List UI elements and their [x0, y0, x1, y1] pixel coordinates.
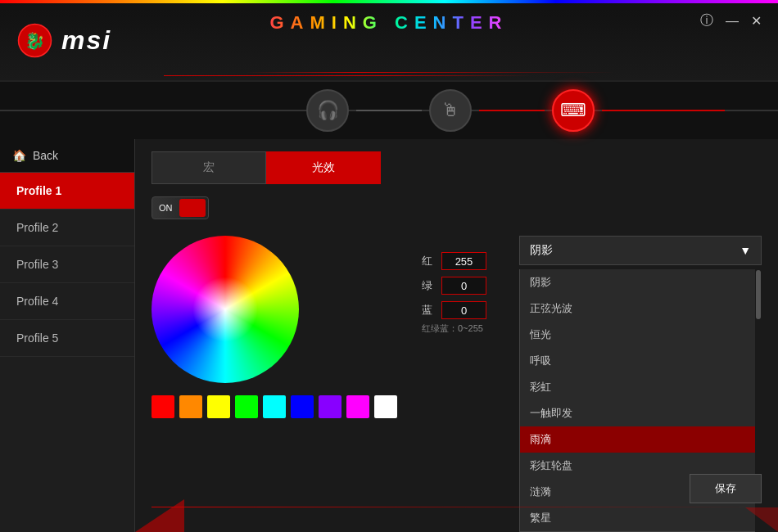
sidebar-item-profile5[interactable]: Profile 5: [0, 320, 134, 357]
content-area: 宏 光效 ON: [135, 139, 778, 532]
effect-item-shadow[interactable]: 阴影: [520, 269, 761, 295]
sidebar-item-profile1[interactable]: Profile 1: [0, 173, 134, 210]
close-button[interactable]: ✕: [751, 13, 762, 29]
toggle-label: ON: [155, 203, 173, 213]
rgb-red-row: 红: [422, 252, 486, 270]
blue-input[interactable]: [441, 301, 486, 319]
swatch-cyan[interactable]: [263, 395, 286, 418]
red-label: 红: [422, 254, 435, 268]
power-toggle[interactable]: ON: [152, 196, 209, 219]
swatch-green[interactable]: [235, 395, 258, 418]
swatch-yellow[interactable]: [207, 395, 230, 418]
sidebar: 🏠 Back Profile 1 Profile 2 Profile 3 Pro…: [0, 139, 135, 532]
effect-item-breath[interactable]: 呼吸: [520, 348, 761, 374]
scrollbar-thumb: [756, 270, 761, 319]
profile1-label: Profile 1: [16, 184, 61, 197]
profile2-label: Profile 2: [16, 221, 58, 234]
color-wheel-container: [152, 236, 299, 383]
effect-item-steady[interactable]: 恒光: [520, 322, 761, 348]
sidebar-item-profile4[interactable]: Profile 4: [0, 283, 134, 320]
blue-label: 蓝: [422, 303, 435, 318]
tab-headset[interactable]: 🎧: [299, 82, 356, 139]
profile4-label: Profile 4: [16, 295, 58, 308]
save-button[interactable]: 保存: [690, 474, 762, 503]
window-controls: ⓘ — ✕: [700, 12, 762, 29]
tab-macro[interactable]: 宏: [152, 151, 266, 184]
color-swatches: [152, 395, 397, 418]
rgb-blue-row: 蓝: [422, 301, 486, 319]
effect-dropdown[interactable]: 阴影 ▼: [519, 236, 762, 265]
info-button[interactable]: ⓘ: [700, 12, 713, 29]
content-tab-bar: 宏 光效: [152, 151, 381, 184]
effect-item-starry[interactable]: 繁星: [520, 505, 761, 531]
swatch-blue[interactable]: [291, 395, 314, 418]
swatch-orange[interactable]: [179, 395, 202, 418]
device-tab-bar: 🎧 🖱 ⌨: [0, 82, 778, 139]
rainbow-bar: [0, 0, 778, 3]
keyboard-icon: ⌨: [552, 89, 595, 132]
effect-item-sine[interactable]: 正弦光波: [520, 295, 761, 322]
header-decorative-lines: [164, 60, 696, 76]
swatch-purple[interactable]: [319, 395, 342, 418]
rgb-inputs: 红 绿 蓝: [422, 252, 486, 319]
toggle-knob: [179, 199, 206, 217]
red-input[interactable]: [441, 252, 486, 270]
tab-mouse[interactable]: 🖱: [422, 82, 479, 139]
color-effect-section: 红 绿 蓝 红绿蓝：0~255 阴影: [152, 236, 762, 532]
green-input[interactable]: [441, 277, 486, 295]
dropdown-arrow-icon: ▼: [740, 244, 751, 257]
minimize-button[interactable]: —: [726, 14, 739, 29]
green-label: 绿: [422, 278, 435, 293]
svg-text:🐉: 🐉: [25, 31, 45, 51]
main-layout: 🏠 Back Profile 1 Profile 2 Profile 3 Pro…: [0, 139, 778, 532]
power-toggle-container: ON: [152, 196, 762, 219]
profile3-label: Profile 3: [16, 258, 58, 271]
headset-icon: 🎧: [306, 89, 349, 132]
sidebar-item-profile2[interactable]: Profile 2: [0, 210, 134, 246]
swatch-magenta[interactable]: [346, 395, 369, 418]
rgb-hint: 红绿蓝：0~255: [422, 322, 486, 335]
mouse-icon: 🖱: [429, 89, 472, 132]
app-header: 🐉 msi GAMING CENTER ⓘ — ✕: [0, 0, 778, 82]
effect-item-instant[interactable]: 一触即发: [520, 400, 761, 426]
back-label: Back: [33, 149, 58, 162]
msi-logo: 🐉 msi: [16, 22, 111, 59]
color-wheel[interactable]: [152, 236, 299, 383]
effect-dropdown-label: 阴影: [530, 243, 553, 258]
msi-dragon-icon: 🐉: [16, 22, 53, 59]
tab-lighting[interactable]: 光效: [266, 151, 381, 184]
sidebar-item-profile3[interactable]: Profile 3: [0, 246, 134, 283]
color-picker-area: [152, 236, 397, 418]
back-button[interactable]: 🏠 Back: [0, 139, 134, 173]
profile5-label: Profile 5: [16, 331, 58, 345]
brand-name: msi: [61, 25, 111, 56]
home-icon: 🏠: [12, 149, 26, 162]
swatch-red[interactable]: [152, 395, 174, 418]
effect-item-rainbow[interactable]: 彩虹: [520, 374, 761, 400]
corner-decoration-left: [135, 499, 184, 532]
swatch-white[interactable]: [374, 395, 397, 418]
rgb-input-area: 红 绿 蓝 红绿蓝：0~255: [422, 244, 486, 335]
effect-item-raindrop[interactable]: 雨滴: [520, 426, 761, 453]
tab-keyboard[interactable]: ⌨: [545, 82, 602, 139]
app-title: GAMING CENTER: [270, 12, 509, 34]
corner-decoration-right: [745, 507, 778, 532]
rgb-green-row: 绿: [422, 277, 486, 295]
